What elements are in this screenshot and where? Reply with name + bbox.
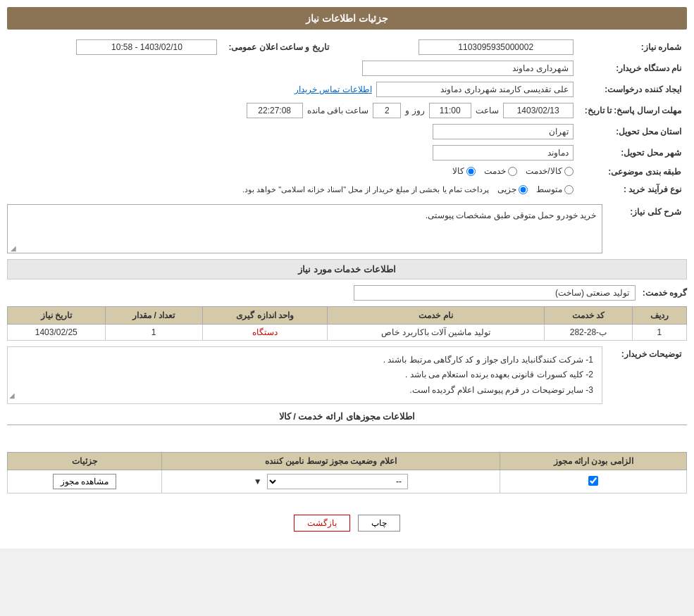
purchase-type-note: پرداخت تمام یا بخشی از مبلغ خریدار از مح… <box>242 184 489 196</box>
buyer-org-value: شهرداری دماوند <box>7 58 579 79</box>
need-description-wrapper: خرید خودرو حمل متوقی طبق مشخصات پیوستی. … <box>7 204 602 253</box>
purchase-type-label: نوع فرآیند خرید : <box>579 181 687 199</box>
cell-row: 1 <box>632 324 686 340</box>
footer-buttons: چاپ بازگشت <box>7 505 687 541</box>
notes-resize-handle: ◢ <box>9 389 15 402</box>
service-group-input: تولید صنعتی (ساخت) <box>354 285 636 301</box>
remaining-time-input: 22:27:08 <box>247 103 303 118</box>
deadline-time-input: 11:00 <box>429 103 471 118</box>
permits-title: اطلاعات مجوزهای ارائه خدمت / کالا <box>7 411 687 425</box>
permits-status-cell: -- ▼ <box>161 470 500 494</box>
buyer-note-2: 2- کلیه کسورات قانونی بعهده برنده استعلا… <box>16 367 593 383</box>
category-radio-kala[interactable]: کالا <box>452 166 476 176</box>
permits-col-details: جزئیات <box>8 453 162 470</box>
need-number-label: شماره نیاز: <box>579 37 687 58</box>
need-description-row: شرح کلی نیاز: خرید خودرو حمل متوقی طبق م… <box>7 204 687 253</box>
remaining-time-label: ساعت باقی مانده <box>307 106 369 115</box>
category-radio-kala-khedmat-label: کالا/خدمت <box>526 166 562 176</box>
permits-required-cell <box>500 470 687 494</box>
need-number-value: 1103095935000002 <box>343 37 579 58</box>
permits-details-cell: مشاهده مجوز <box>8 470 162 494</box>
permits-status-select[interactable]: -- <box>267 474 408 489</box>
category-radio-kala-khedmat[interactable]: کالا/خدمت <box>526 166 573 176</box>
announcement-date-label: تاریخ و ساعت اعلان عمومی: <box>223 37 342 58</box>
view-permit-button[interactable]: مشاهده مجوز <box>53 474 116 489</box>
announcement-date-input: 1403/02/10 - 10:58 <box>76 39 217 55</box>
cell-name: تولید ماشین آلات باکاربرد خاص <box>328 324 545 340</box>
announcement-date-value: 1403/02/10 - 10:58 <box>7 37 223 58</box>
deadline-date-input: 1403/02/13 <box>503 103 574 118</box>
purchase-type-radio-mutawaset-input[interactable] <box>564 185 574 194</box>
category-radios: کالا/خدمت خدمت کالا <box>7 163 579 181</box>
purchase-type-row: متوسط جزیی پرداخت تمام یا بخشی از مبلغ خ… <box>7 181 579 199</box>
category-label: طبقه بندی موضوعی: <box>579 163 687 181</box>
buyer-note-1: 1- شرکت کنندگانباید دارای جواز و کد کارگ… <box>16 353 593 368</box>
col-header-count: تعداد / مقدار <box>105 306 202 324</box>
deadline-row: 1403/02/13 ساعت 11:00 روز و 2 ساعت باقی … <box>7 100 579 121</box>
purchase-type-radio-jozii-label: جزیی <box>497 184 516 194</box>
services-table: ردیف کد خدمت نام خدمت واحد اندازه گیری ت… <box>7 306 687 341</box>
creator-label: ایجاد کننده درخواست: <box>579 79 687 100</box>
buyer-org-label: نام دستگاه خریدار: <box>579 58 687 79</box>
permits-table-row: -- ▼ مشاهده مجوز <box>8 470 687 494</box>
print-button[interactable]: چاپ <box>358 515 400 532</box>
dropdown-arrow-icon: ▼ <box>254 477 262 486</box>
col-header-name: نام خدمت <box>328 306 545 324</box>
deadline-label: مهلت ارسال پاسخ: تا تاریخ: <box>579 100 687 121</box>
cell-code: ب-28-282 <box>545 324 633 340</box>
need-description-box: خرید خودرو حمل متوقی طبق مشخصات پیوستی. … <box>7 204 602 253</box>
need-number-input: 1103095935000002 <box>419 39 574 55</box>
creator-value: علی تقدیسی کارمند شهرداری دماوند اطلاعات… <box>7 79 579 100</box>
cell-date: 1403/02/25 <box>8 324 106 340</box>
purchase-type-radio-jozii[interactable]: جزیی <box>497 184 528 194</box>
province-label: استان محل تحویل: <box>579 121 687 142</box>
purchase-type-radio-mutawaset[interactable]: متوسط <box>536 184 574 194</box>
need-description-label: شرح کلی نیاز: <box>602 204 687 217</box>
buyer-notes-row: توضیحات خریدار: 1- شرکت کنندگانباید دارا… <box>7 346 687 405</box>
buyer-note-3: 3- سایر توضیحات در فرم پیوستی اعلام گردی… <box>16 383 593 398</box>
permits-table: الزامی بودن ارائه مجوز اعلام وضعیت مجوز … <box>7 452 687 494</box>
category-radio-kala-label: کالا <box>452 166 464 176</box>
cell-unit: دستگاه <box>202 324 327 340</box>
need-description-text: خرید خودرو حمل متوقی طبق مشخصات پیوستی. <box>426 210 596 220</box>
page-wrapper: جزئیات اطلاعات نیاز شماره نیاز: 11030959… <box>0 0 694 548</box>
resize-handle: ◢ <box>9 244 16 251</box>
contact-link[interactable]: اطلاعات تماس خریدار <box>295 84 372 94</box>
buyer-notes-wrapper: 1- شرکت کنندگانباید دارای جواز و کد کارگ… <box>7 346 602 405</box>
creator-input: علی تقدیسی کارمند شهرداری دماوند <box>376 82 574 97</box>
purchase-type-radio-mutawaset-label: متوسط <box>536 184 562 194</box>
purchase-type-radio-jozii-input[interactable] <box>519 185 528 194</box>
service-group-row: گروه خدمت: تولید صنعتی (ساخت) <box>7 285 687 301</box>
category-radio-kala-input[interactable] <box>466 167 476 176</box>
city-label: شهر محل تحویل: <box>579 142 687 163</box>
province-value: تهران <box>7 121 579 142</box>
col-header-date: تاریخ نیاز <box>8 306 106 324</box>
permits-required-checkbox[interactable] <box>588 476 598 486</box>
services-section-header: اطلاعات خدمات مورد نیاز <box>7 259 687 279</box>
permits-col-required: الزامی بودن ارائه مجوز <box>500 453 687 470</box>
permits-col-status: اعلام وضعیت مجوز توسط نامین کننده <box>161 453 500 470</box>
cell-count: 1 <box>105 324 202 340</box>
page-title: جزئیات اطلاعات نیاز <box>7 7 687 30</box>
general-info-table: شماره نیاز: 1103095935000002 تاریخ و ساع… <box>7 37 687 199</box>
back-button[interactable]: بازگشت <box>294 515 350 532</box>
permits-section: اطلاعات مجوزهای ارائه خدمت / کالا الزامی… <box>7 411 687 494</box>
city-value: دماوند <box>7 142 579 163</box>
service-group-label: گروه خدمت: <box>643 288 687 298</box>
remaining-day-label: روز و <box>405 106 424 115</box>
category-radio-khedmat-input[interactable] <box>508 167 517 176</box>
category-radio-kala-khedmat-input[interactable] <box>564 167 574 176</box>
buyer-org-input: شهرداری دماوند <box>362 61 574 76</box>
category-radio-khedmat-label: خدمت <box>484 166 506 176</box>
remaining-day-input: 2 <box>373 103 401 118</box>
buyer-notes-box: 1- شرکت کنندگانباید دارای جواز و کد کارگ… <box>7 346 602 405</box>
category-radio-khedmat[interactable]: خدمت <box>484 166 517 176</box>
permits-spacer <box>7 431 687 452</box>
city-input: دماوند <box>433 145 574 161</box>
province-input: تهران <box>433 124 574 139</box>
deadline-time-label: ساعت <box>476 106 499 115</box>
buyer-notes-label: توضیحات خریدار: <box>602 346 687 359</box>
table-row: 1 ب-28-282 تولید ماشین آلات باکاربرد خاص… <box>8 324 687 340</box>
col-header-row: ردیف <box>632 306 686 324</box>
col-header-unit: واحد اندازه گیری <box>202 306 327 324</box>
